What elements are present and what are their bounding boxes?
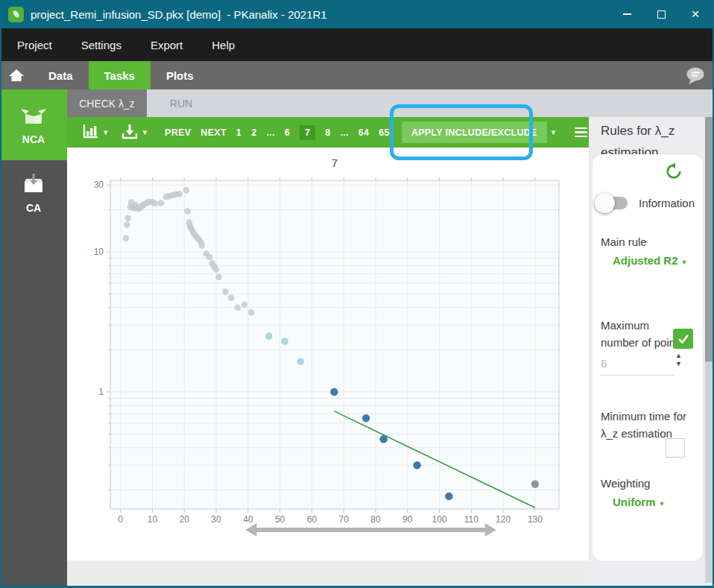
slider-right-arrow-icon[interactable] (485, 523, 496, 537)
lambda-z-selected-blue-point[interactable] (362, 414, 370, 422)
tab-tasks[interactable]: Tasks (89, 61, 151, 89)
lambda-z-selected-blue-point[interactable] (445, 493, 452, 500)
next-button[interactable]: NEXT (200, 127, 227, 138)
home-icon[interactable] (0, 68, 33, 83)
excluded-gray-point[interactable] (234, 304, 241, 311)
tab-data[interactable]: Data (33, 61, 89, 89)
chart-title: 7 (332, 157, 338, 169)
sidebar-item-nca[interactable]: NCA (0, 89, 67, 160)
lambda-z-selected-blue-point[interactable] (413, 461, 420, 469)
y-tick-label: 1 (98, 387, 104, 397)
panel-scrollbar[interactable] (705, 117, 713, 583)
excluded-gray-point[interactable] (228, 294, 235, 301)
excluded-gray-point[interactable] (222, 288, 229, 295)
sidebar-item-ca[interactable]: CA (0, 160, 67, 226)
tab-check-lambda-z[interactable]: CHECK λ_z (67, 89, 147, 117)
x-tick-label: 50 (275, 514, 285, 525)
excluded-gray-point[interactable] (123, 235, 130, 241)
close-button[interactable]: × (678, 0, 713, 28)
excluded-gray-point[interactable] (184, 208, 191, 215)
minimize-button[interactable] (610, 0, 644, 28)
toggle-knob (595, 193, 615, 213)
x-tick-label: 70 (339, 514, 350, 525)
export-plot-icon[interactable] (120, 122, 139, 143)
min-time-checkbox[interactable] (666, 438, 685, 458)
menu-project[interactable]: Project (17, 39, 52, 51)
nav-tab-bar: Data Tasks Plots (0, 61, 714, 89)
page-button-7[interactable]: 7 (300, 125, 315, 140)
excluded-gray-point[interactable] (183, 187, 190, 194)
x-tick-label: 40 (243, 514, 253, 525)
scrollbar-thumb[interactable] (705, 117, 713, 361)
pkanalix-logo-icon (8, 7, 24, 22)
app-window: project_Remi_infusion_SD.pkx [demo] - PK… (0, 0, 714, 588)
min-time-label: Minimum time for λ_z estimation (601, 408, 690, 442)
reset-icon[interactable] (666, 163, 682, 183)
excluded-gray-point[interactable] (158, 200, 165, 206)
menu-icon[interactable] (575, 127, 587, 138)
main-rule-value: Adjusted R2 (613, 254, 678, 267)
input-underline (601, 375, 674, 376)
excluded-gray-point[interactable] (215, 274, 222, 281)
x-tick-label: 110 (464, 514, 478, 525)
chat-bubble-icon[interactable] (685, 66, 705, 88)
chevron-down-icon: ▾ (660, 499, 664, 508)
tab-run[interactable]: RUN (147, 89, 215, 117)
main-rule-dropdown[interactable]: Adjusted R2▾ (613, 254, 686, 267)
lambda-z-selected-blue-point[interactable] (330, 388, 338, 396)
post-range-gray-point[interactable] (531, 480, 539, 487)
max-points-input[interactable]: 6 (601, 357, 607, 370)
excluded-gray-point[interactable] (248, 309, 255, 316)
information-row: Information (596, 197, 695, 209)
lambda-z-chart[interactable]: 0102030405060708090100110120130301017 (67, 148, 589, 560)
window-title: project_Remi_infusion_SD.pkx [demo] - PK… (31, 8, 327, 21)
time-range-slider[interactable] (254, 528, 487, 532)
plot-type-icon[interactable] (80, 122, 99, 143)
pagination: PREVNEXT12...678...6465 (165, 125, 390, 140)
y-tick-label: 10 (94, 247, 104, 257)
apply-include-exclude-button[interactable]: APPLY INCLUDE/EXCLUDE (402, 121, 547, 143)
tab-plots[interactable]: Plots (151, 61, 209, 89)
excluded-gray-point[interactable] (241, 301, 248, 308)
rules-panel: Rules for λ_z estimation Information Mai… (589, 117, 714, 586)
weighting-dropdown[interactable]: Uniform▾ (613, 496, 664, 508)
candidate-lightblue-point[interactable] (265, 332, 273, 340)
candidate-lightblue-point[interactable] (297, 358, 305, 365)
excluded-gray-point[interactable] (124, 215, 131, 221)
menu-settings[interactable]: Settings (81, 39, 121, 51)
chevron-down-icon[interactable]: ▾ (104, 127, 108, 137)
page-button-65[interactable]: 65 (379, 127, 390, 138)
spinner-down-icon[interactable]: ▼ (675, 361, 682, 367)
rules-card: Information Main rule Adjusted R2▾ Maxim… (593, 154, 703, 561)
subtab-bar: CHECK λ_z RUN (67, 89, 714, 117)
excluded-gray-point[interactable] (213, 266, 220, 273)
page-button-8[interactable]: 8 (325, 127, 330, 138)
menu-export[interactable]: Export (151, 39, 183, 51)
excluded-gray-point[interactable] (152, 200, 159, 207)
excluded-gray-point[interactable] (124, 221, 130, 228)
information-toggle[interactable] (596, 197, 628, 209)
excluded-gray-point[interactable] (198, 242, 205, 249)
spinner-up-icon[interactable]: ▲ (675, 353, 682, 359)
maximize-button[interactable] (644, 0, 678, 28)
apply-dropdown-caret-icon[interactable]: ▾ (552, 127, 556, 137)
information-label: Information (639, 197, 695, 209)
sidebar-item-label: CA (26, 202, 41, 214)
prev-button[interactable]: PREV (165, 127, 191, 138)
page-button-2[interactable]: 2 (251, 127, 256, 138)
max-points-checkbox[interactable] (673, 329, 693, 349)
excluded-gray-point[interactable] (177, 191, 183, 197)
page-button-6[interactable]: 6 (285, 127, 290, 138)
chevron-down-icon[interactable]: ▾ (143, 127, 148, 137)
slider-left-arrow-icon[interactable] (245, 523, 256, 537)
open-box-icon (19, 105, 48, 128)
x-tick-label: 30 (211, 514, 221, 525)
x-tick-label: 20 (180, 514, 190, 525)
excluded-gray-point[interactable] (206, 253, 213, 260)
lambda-z-selected-blue-point[interactable] (379, 435, 387, 443)
menu-help[interactable]: Help (212, 39, 235, 51)
page-button-64[interactable]: 64 (358, 127, 370, 138)
closed-box-icon (20, 172, 47, 197)
page-button-1[interactable]: 1 (236, 127, 241, 138)
candidate-lightblue-point[interactable] (281, 338, 288, 345)
